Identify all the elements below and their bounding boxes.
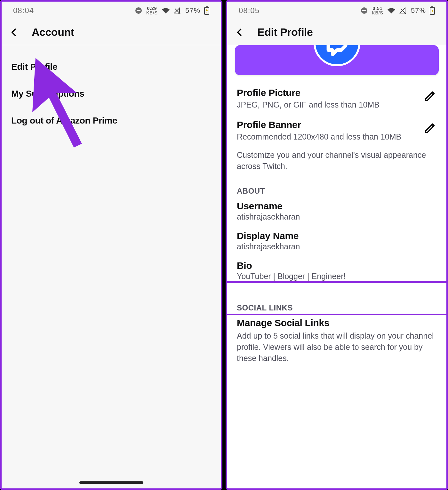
- network-speed: 0.29KB/S: [146, 6, 158, 15]
- row-title: Profile Banner: [237, 119, 420, 130]
- gesture-navbar[interactable]: [79, 481, 143, 484]
- screen-header: Edit Profile: [227, 20, 446, 45]
- profile-banner-preview[interactable]: [235, 45, 439, 75]
- profile-banner-row[interactable]: Profile Banner Recommended 1200x480 and …: [237, 115, 437, 147]
- field-label: Bio: [237, 260, 437, 271]
- visual-note: Customize you and your channel's visual …: [237, 147, 437, 177]
- battery-icon: [430, 6, 435, 15]
- section-header-social: SOCIAL LINKS: [237, 294, 437, 314]
- screen-header: Account: [2, 20, 221, 45]
- profile-picture-row[interactable]: Profile Picture JPEG, PNG, or GIF and le…: [237, 83, 437, 115]
- avatar[interactable]: [314, 45, 360, 66]
- display-name-field[interactable]: Display Name atishrajasekharan: [237, 227, 437, 257]
- svg-rect-7: [362, 10, 366, 11]
- status-bar: 08:04 0.29KB/S x 57%: [2, 2, 221, 20]
- signal-off-icon: x: [399, 7, 407, 14]
- edit-icon[interactable]: [424, 89, 437, 102]
- signal-off-icon: x: [174, 7, 181, 14]
- screen-title: Edit Profile: [257, 26, 313, 38]
- clock: 08:04: [13, 6, 34, 15]
- field-value: atishrajasekharan: [237, 242, 437, 251]
- right-screenshot: 08:05 0.51KB/S x 57% Edit Profile: [226, 0, 448, 490]
- social-note: Add up to 5 social links that will displ…: [237, 330, 437, 369]
- back-icon[interactable]: [9, 28, 19, 37]
- back-icon[interactable]: [235, 28, 244, 37]
- battery-text: 57%: [411, 6, 426, 15]
- edit-icon[interactable]: [424, 121, 437, 134]
- svg-rect-5: [206, 6, 208, 7]
- row-subtitle: JPEG, PNG, or GIF and less than 10MB: [237, 100, 420, 110]
- field-label: Manage Social Links: [237, 317, 437, 328]
- row-subtitle: Recommended 1200x480 and less than 10MB: [237, 132, 420, 142]
- left-screenshot: 08:04 0.29KB/S x 57% Account Edit Profil…: [0, 0, 222, 490]
- manage-social-links[interactable]: Manage Social Links: [237, 314, 437, 330]
- field-label: Display Name: [237, 230, 437, 241]
- svg-rect-1: [137, 10, 140, 11]
- battery-icon: [204, 6, 209, 15]
- username-field[interactable]: Username atishrajasekharan: [237, 197, 437, 227]
- svg-rect-11: [431, 6, 433, 7]
- svg-text:x: x: [404, 11, 406, 14]
- wifi-icon: [387, 7, 396, 14]
- field-value: atishrajasekharan: [237, 212, 437, 221]
- field-label: Username: [237, 201, 437, 212]
- do-not-disturb-icon: [135, 7, 142, 14]
- screen-title: Account: [32, 26, 74, 38]
- status-bar: 08:05 0.51KB/S x 57%: [227, 2, 446, 20]
- do-not-disturb-icon: [360, 7, 368, 14]
- network-speed: 0.51KB/S: [372, 6, 383, 15]
- avatar-glitch-icon: [323, 45, 351, 57]
- row-title: Profile Picture: [237, 87, 420, 98]
- wifi-icon: [162, 7, 170, 14]
- bio-field[interactable]: Bio YouTuber | Blogger | Engineer!: [237, 257, 437, 287]
- account-menu: Edit Profile My Subscriptions Log out of…: [2, 45, 221, 488]
- clock: 08:05: [239, 6, 260, 15]
- field-value: YouTuber | Blogger | Engineer!: [237, 272, 437, 281]
- annotation-cursor-icon: [26, 58, 96, 148]
- svg-text:x: x: [178, 11, 180, 14]
- edit-profile-body: Profile Picture JPEG, PNG, or GIF and le…: [227, 45, 446, 488]
- battery-text: 57%: [185, 6, 200, 15]
- section-header-about: ABOUT: [237, 177, 437, 197]
